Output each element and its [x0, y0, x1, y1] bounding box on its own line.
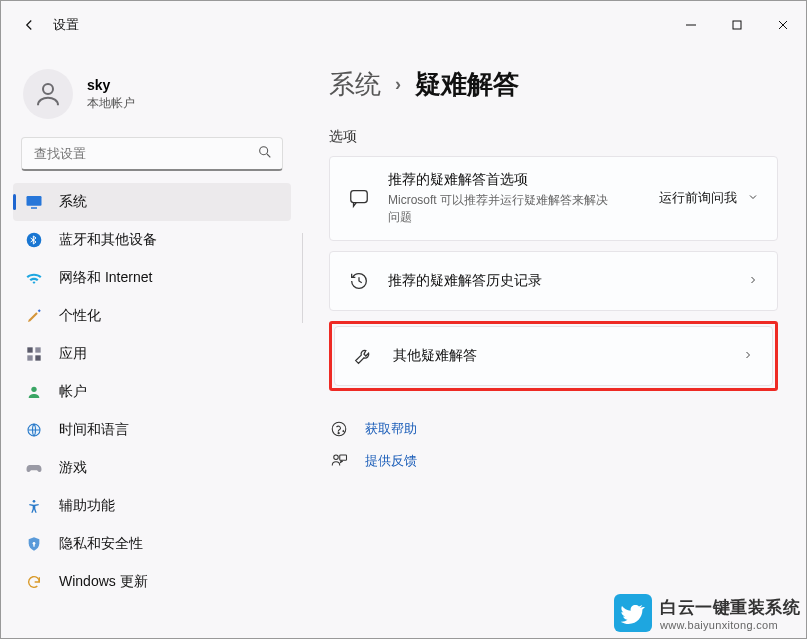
nav-label: 系统: [59, 193, 87, 211]
wrench-icon: [353, 345, 375, 367]
nav-label: 帐户: [59, 383, 87, 401]
nav-list: 系统 蓝牙和其他设备 网络和 Internet 个性化 应用: [1, 183, 303, 601]
svg-rect-23: [340, 455, 347, 460]
update-icon: [25, 573, 43, 591]
svg-rect-18: [33, 544, 34, 547]
nav-item-personalization[interactable]: 个性化: [13, 297, 291, 335]
nav-item-accounts[interactable]: 帐户: [13, 373, 291, 411]
chevron-right-icon: ›: [395, 74, 401, 95]
back-button[interactable]: [9, 5, 49, 45]
title-bar: 设置: [1, 1, 806, 49]
link-label: 提供反馈: [365, 452, 417, 470]
page-title: 疑难解答: [415, 67, 519, 102]
nav-label: 辅助功能: [59, 497, 115, 515]
accessibility-icon: [25, 497, 43, 515]
svg-rect-1: [733, 21, 741, 29]
svg-rect-19: [351, 191, 368, 203]
nav-item-gaming[interactable]: 游戏: [13, 449, 291, 487]
link-get-help[interactable]: 获取帮助: [329, 413, 778, 445]
nav-label: 应用: [59, 345, 87, 363]
svg-point-22: [334, 455, 339, 460]
close-icon: [777, 19, 789, 31]
globe-icon: [25, 421, 43, 439]
settings-window: 设置 sky 本地帐户: [0, 0, 807, 639]
content-pane: 系统 › 疑难解答 选项 推荐的疑难解答首选项 Microsoft 可以推荐并运…: [303, 49, 806, 639]
card-title: 其他疑难解答: [393, 347, 477, 365]
svg-point-4: [43, 84, 53, 94]
svg-rect-7: [27, 196, 42, 206]
chat-icon: [348, 187, 370, 209]
user-profile[interactable]: sky 本地帐户: [1, 61, 303, 137]
apps-icon: [25, 345, 43, 363]
minimize-button[interactable]: [668, 9, 714, 41]
history-icon: [348, 270, 370, 292]
arrow-left-icon: [20, 16, 38, 34]
wifi-icon: [25, 269, 43, 287]
svg-rect-12: [27, 355, 32, 360]
search-input[interactable]: [21, 137, 283, 171]
nav-label: 蓝牙和其他设备: [59, 231, 157, 249]
nav-item-accessibility[interactable]: 辅助功能: [13, 487, 291, 525]
card-troubleshoot-history[interactable]: 推荐的疑难解答历史记录: [329, 251, 778, 311]
svg-rect-10: [27, 347, 32, 352]
maximize-button[interactable]: [714, 9, 760, 41]
card-troubleshoot-pref[interactable]: 推荐的疑难解答首选项 Microsoft 可以推荐并运行疑难解答来解决问题 运行…: [329, 156, 778, 241]
card-title: 推荐的疑难解答首选项: [388, 171, 641, 189]
nav-item-windows-update[interactable]: Windows 更新: [13, 563, 291, 601]
account-icon: [25, 383, 43, 401]
nav-item-bluetooth[interactable]: 蓝牙和其他设备: [13, 221, 291, 259]
paintbrush-icon: [25, 307, 43, 325]
user-account-type: 本地帐户: [87, 95, 135, 112]
search-icon: [257, 144, 273, 164]
nav-item-privacy[interactable]: 隐私和安全性: [13, 525, 291, 563]
watermark-url: www.baiyunxitong.com: [660, 619, 800, 631]
svg-rect-8: [31, 207, 37, 209]
avatar: [23, 69, 73, 119]
svg-point-5: [260, 147, 268, 155]
nav-label: 网络和 Internet: [59, 269, 152, 287]
nav-item-apps[interactable]: 应用: [13, 335, 291, 373]
link-feedback[interactable]: 提供反馈: [329, 445, 778, 477]
minimize-icon: [685, 19, 697, 31]
card-subtitle: Microsoft 可以推荐并运行疑难解答来解决问题: [388, 192, 618, 226]
feedback-icon: [329, 451, 349, 471]
help-icon: [329, 419, 349, 439]
svg-point-21: [338, 432, 339, 433]
chevron-right-icon: [742, 347, 754, 365]
card-other-troubleshoot[interactable]: 其他疑难解答: [334, 326, 773, 386]
help-links: 获取帮助 提供反馈: [329, 413, 778, 477]
section-label: 选项: [329, 128, 778, 146]
user-name: sky: [87, 77, 135, 93]
sidebar: sky 本地帐户 系统 蓝牙和其他设备: [1, 49, 303, 639]
watermark-badge: [614, 594, 652, 632]
link-label: 获取帮助: [365, 420, 417, 438]
breadcrumb-parent[interactable]: 系统: [329, 67, 381, 102]
bird-icon: [621, 601, 645, 625]
close-button[interactable]: [760, 9, 806, 41]
bluetooth-icon: [25, 231, 43, 249]
pref-dropdown[interactable]: 运行前询问我: [659, 189, 759, 207]
shield-icon: [25, 535, 43, 553]
display-icon: [25, 193, 43, 211]
gamepad-icon: [25, 459, 43, 477]
nav-label: 隐私和安全性: [59, 535, 143, 553]
pref-value: 运行前询问我: [659, 189, 737, 207]
chevron-down-icon: [747, 191, 759, 206]
chevron-right-icon: [747, 272, 759, 290]
nav-label: 个性化: [59, 307, 101, 325]
window-title: 设置: [53, 16, 79, 34]
svg-point-14: [31, 387, 36, 392]
card-title: 推荐的疑难解答历史记录: [388, 272, 542, 290]
nav-item-network[interactable]: 网络和 Internet: [13, 259, 291, 297]
highlight-box: 其他疑难解答: [329, 321, 778, 391]
svg-rect-11: [35, 347, 40, 352]
watermark: 白云一键重装系统 www.baiyunxitong.com: [614, 594, 800, 632]
nav-item-system[interactable]: 系统: [13, 183, 291, 221]
nav-label: 时间和语言: [59, 421, 129, 439]
person-icon: [33, 79, 63, 109]
nav-item-time-language[interactable]: 时间和语言: [13, 411, 291, 449]
svg-line-6: [267, 154, 270, 157]
nav-label: Windows 更新: [59, 573, 148, 591]
svg-point-16: [33, 500, 36, 503]
watermark-title: 白云一键重装系统: [660, 596, 800, 619]
